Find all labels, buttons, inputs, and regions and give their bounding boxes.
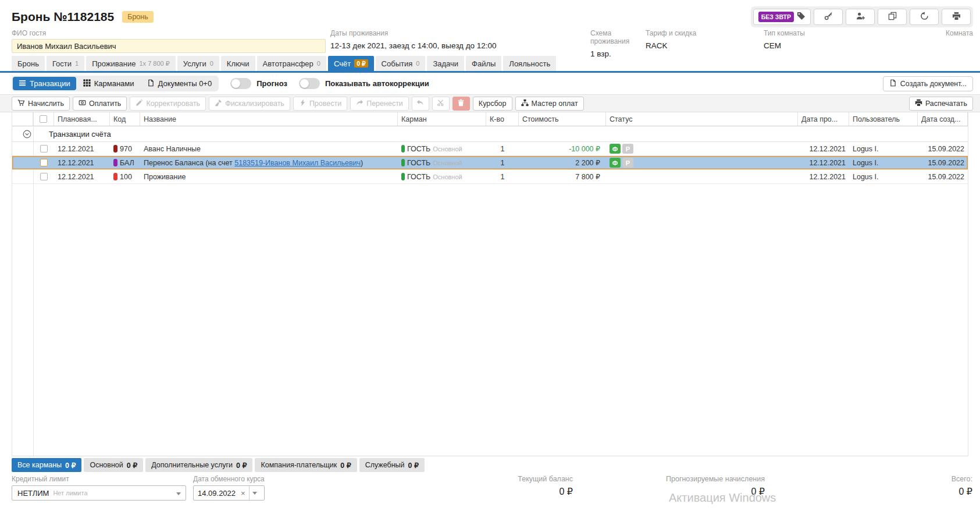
exchange-date-value[interactable]: 14.09.2022 [194, 489, 240, 498]
printer-icon [952, 12, 961, 22]
transaction-row[interactable]: 12.12.2021 100 Проживание ГОСТЬОсновной … [12, 170, 968, 184]
lightning-icon [299, 99, 307, 108]
tab-keys[interactable]: Ключи [221, 56, 255, 71]
table-empty-area [12, 184, 968, 456]
room-type-value: СЕМ [764, 39, 946, 50]
clear-icon[interactable]: × [240, 489, 249, 498]
tab-booking[interactable]: Бронь [12, 56, 45, 71]
transaction-name: Аванс Наличные [140, 145, 398, 153]
balance-transfer-link[interactable]: 5183519-Иванов Михаил Васильевич [234, 159, 361, 167]
keys-button[interactable] [814, 9, 843, 25]
forecast-toggle-label: Прогноз [256, 79, 287, 88]
select-all-header [33, 112, 54, 126]
history-icon [920, 12, 929, 22]
col-code[interactable]: Код [110, 112, 140, 126]
transfer-button[interactable]: Перенести [350, 97, 409, 111]
create-document-button[interactable]: Создать документ... [883, 76, 973, 91]
exchange-date-picker[interactable]: 14.09.2022 × [193, 485, 265, 501]
no-show-tag-button[interactable]: БЕЗ ЗВТР [753, 9, 811, 25]
history-button[interactable] [910, 9, 939, 25]
document-icon [147, 79, 155, 88]
tab-accommodation[interactable]: Проживание1х 7 800 ₽ [86, 56, 176, 71]
transactions-group-row[interactable]: Транзакции счёта [12, 126, 968, 142]
guest-name-label: ФИО гостя [12, 29, 326, 37]
group-label: Транзакции счёта [49, 130, 111, 139]
scissors-icon [437, 99, 444, 108]
sitemap-icon [521, 99, 529, 108]
col-amount[interactable]: Стоимость [519, 112, 606, 126]
code-marker [113, 159, 117, 166]
col-status[interactable]: Статус [606, 112, 798, 126]
tab-transfer[interactable]: Автотрансфер0 [257, 56, 326, 71]
forecast-toggle[interactable] [230, 78, 251, 89]
chevron-down-icon[interactable] [249, 486, 260, 500]
col-name[interactable]: Название [140, 112, 398, 126]
stay-dates-value: 12-13 дек 2021, заезд с 14:00, выезд до … [330, 39, 590, 50]
print-booking-button[interactable] [942, 9, 971, 25]
tariff-field: Тариф и скидка RACK [646, 29, 764, 56]
post-button[interactable]: Провести [293, 97, 347, 111]
room-type-field: Тип комнаты СЕМ [764, 29, 946, 56]
copy-button[interactable] [878, 9, 907, 25]
pocket-tab-service[interactable]: Служебный0 ₽ [359, 458, 425, 472]
col-date-created[interactable]: Дата созд... [918, 112, 968, 126]
transaction-row-selected[interactable]: 12.12.2021 БАЛ Перенос Баланса (на счет … [12, 156, 968, 170]
tab-account[interactable]: Счёт0 ₽ [328, 56, 374, 71]
amount: -10 000 ₽ [519, 144, 606, 153]
top-toolbar: БЕЗ ЗВТР [751, 6, 973, 27]
col-user[interactable]: Пользователь [849, 112, 918, 126]
add-guest-button[interactable] [846, 9, 875, 25]
delete-button[interactable] [452, 97, 470, 111]
row-checkbox[interactable] [40, 145, 48, 152]
payment-master-button[interactable]: Мастер оплат [515, 97, 584, 111]
view-documents-button[interactable]: Документы 0+0 [141, 77, 218, 90]
view-pockets-button[interactable]: Карманами [77, 77, 140, 90]
room-field: Комната [946, 29, 973, 56]
fiscal-badge: Ф [610, 144, 621, 154]
tab-loyalty[interactable]: Лояльность [503, 56, 556, 71]
charge-button[interactable]: Начислить [12, 97, 70, 111]
collapse-group-icon[interactable] [23, 130, 31, 139]
copy-icon [888, 12, 897, 22]
autocorrection-toggle[interactable] [299, 78, 320, 89]
row-checkbox[interactable] [40, 173, 48, 180]
person-add-icon [856, 12, 865, 22]
select-all-checkbox[interactable] [40, 115, 47, 123]
col-planned-date[interactable]: Плановая... [54, 112, 110, 126]
undo-button[interactable] [412, 97, 429, 111]
row-checkbox[interactable] [40, 159, 48, 166]
col-pocket[interactable]: Карман [398, 112, 486, 126]
tab-tasks[interactable]: Задачи [427, 56, 464, 71]
guest-name-input[interactable] [12, 39, 326, 53]
tab-guests[interactable]: Гости1 [47, 56, 84, 71]
windows-activation-watermark: Активация Windows [669, 491, 776, 505]
top-bar: Бронь №1182185 Бронь БЕЗ ЗВТР [0, 0, 980, 29]
amount: 2 200 ₽ [519, 158, 606, 167]
credit-limit-select[interactable]: НЕТЛИМ Нет лимита [12, 485, 186, 501]
col-qty[interactable]: К-во [486, 112, 519, 126]
tab-files[interactable]: Файлы [466, 56, 501, 71]
pocket-tab-all[interactable]: Все карманы0 ₽ [12, 458, 81, 472]
transaction-row[interactable]: 12.12.2021 970 Аванс Наличные ГОСТЬОснов… [12, 142, 968, 156]
pocket-marker [401, 145, 405, 152]
exchange-date-field: Дата обменного курса 14.09.2022 × [193, 475, 265, 501]
arrow-forward-icon [356, 99, 364, 108]
split-button[interactable] [432, 97, 450, 111]
view-transactions-button[interactable]: Транзакции [13, 77, 76, 90]
tab-events[interactable]: События0 [376, 56, 426, 71]
pocket-tab-extra-services[interactable]: Дополнительные услуги0 ₽ [145, 458, 252, 472]
pay-button[interactable]: Оплатить [73, 97, 127, 111]
print-list-button[interactable]: Распечатать [909, 97, 973, 111]
correct-button[interactable]: Корректировать [130, 97, 206, 111]
credit-limit-field: Кредитный лимит НЕТЛИМ Нет лимита [12, 475, 186, 501]
kursbor-button[interactable]: Курсбор [473, 97, 512, 111]
col-date-posted[interactable]: Дата про... [798, 112, 849, 126]
receipt-badge: Р [622, 158, 633, 168]
tab-services[interactable]: Услуги0 [177, 56, 219, 71]
pocket-tab-payer-company[interactable]: Компания-плательщик0 ₽ [255, 458, 357, 472]
fiscalize-button[interactable]: Фискализировать [209, 97, 290, 111]
code-marker [113, 145, 117, 152]
key-icon [824, 12, 833, 22]
pocket-tab-main[interactable]: Основной0 ₽ [84, 458, 143, 472]
room-value [946, 39, 973, 41]
